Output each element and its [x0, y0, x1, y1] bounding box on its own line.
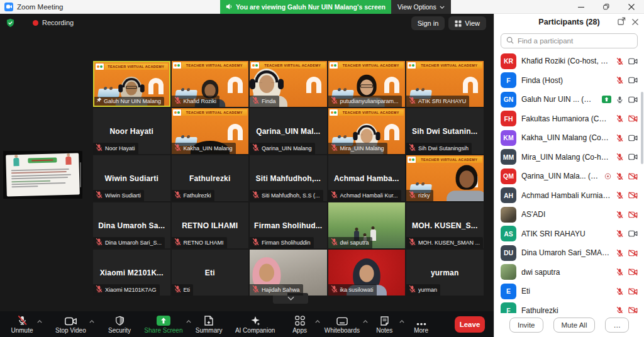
- avatar: F: [501, 72, 516, 88]
- video-tile[interactable]: Qarina_UIN Mal...Qarina_UIN Malang: [250, 108, 327, 154]
- video-tile[interactable]: RETNO ILHAMIRETNO ILHAMI: [172, 202, 249, 248]
- participant-row[interactable]: MMMira_UIN Malang (Co-host): [501, 148, 640, 167]
- mic-muted-icon: [616, 211, 624, 219]
- tile-name-text: Siti Mahfudhoh, S.S (...: [262, 192, 320, 199]
- mic-muted-icon: [616, 229, 624, 238]
- sign-in-button[interactable]: Sign in: [411, 16, 445, 30]
- participant-status-icons: [616, 211, 638, 219]
- participant-row[interactable]: QMQarina_UIN Mala... (Co-host): [501, 167, 640, 186]
- video-tile[interactable]: Wiwin SudiartiWiwin Sudiarti: [93, 155, 170, 201]
- chevron-up-icon[interactable]: [315, 318, 320, 324]
- mic-muted-icon: [616, 249, 624, 257]
- participant-row[interactable]: dwi saputra: [501, 263, 640, 282]
- video-tile[interactable]: TEACHER VIRTUAL ACADEMYKhafid Roziki: [172, 61, 249, 107]
- toolbar-button-whiteboards[interactable]: Whiteboards: [325, 315, 360, 334]
- invite-button[interactable]: Invite: [509, 318, 543, 333]
- video-tile[interactable]: TEACHER VIRTUAL ACADEMYKakha_UIN Malang: [172, 108, 249, 154]
- video-tile[interactable]: TEACHER VIRTUAL ACADEMYMira_UIN Malang: [328, 108, 406, 154]
- mic-muted-icon: [174, 191, 182, 200]
- video-tile[interactable]: Sih Dwi Sutanin...Sih Dwi Sutaningsih: [406, 108, 484, 154]
- tile-banner-text: TEACHER VIRTUAL ACADEMY: [104, 64, 168, 70]
- video-tile[interactable]: Hajidah Sahwa: [250, 250, 327, 296]
- participant-row[interactable]: DUDina Umaroh Sari_SMAN 1 TU...: [501, 243, 640, 263]
- video-tile[interactable]: Firman Sholihud...Firman Sholihuddin: [250, 202, 327, 248]
- toolbar-button-notes[interactable]: Notes: [372, 315, 396, 334]
- chevron-up-icon[interactable]: [89, 318, 94, 324]
- video-tile[interactable]: Dina Umaroh Sa...Dina Umaroh Sari_S...: [93, 202, 170, 248]
- view-options-button[interactable]: View Options: [391, 0, 451, 14]
- participant-row[interactable]: GNGaluh Nur UIN ... (Co-host): [501, 90, 640, 109]
- video-tile[interactable]: EtiEti: [172, 250, 249, 296]
- shared-slide-preview: [6, 153, 80, 196]
- participant-row[interactable]: ASATIK SRI RAHAYU: [501, 224, 640, 244]
- leave-button[interactable]: Leave: [455, 316, 485, 333]
- chevron-up-icon[interactable]: [37, 318, 42, 324]
- toolbar-button-summary[interactable]: Summary: [196, 315, 223, 334]
- toolbar-button-apps[interactable]: Apps: [288, 315, 312, 334]
- tile-name-label: Sih Dwi Sutaningsih: [406, 143, 472, 154]
- search-input[interactable]: [518, 37, 632, 45]
- participant-row[interactable]: KRKhafid Roziki (Co-host, me): [501, 52, 640, 71]
- participant-status-icons: [616, 306, 638, 313]
- participant-row[interactable]: FFinda (Host): [501, 71, 640, 91]
- more-icon: [416, 315, 426, 326]
- participant-name: Khafid Roziki (Co-host, me): [521, 57, 611, 65]
- video-tile[interactable]: TEACHER VIRTUAL ACADEMYputudianyulianipa…: [328, 61, 406, 107]
- chevron-up-icon[interactable]: [399, 318, 404, 324]
- toolbar-button-ai-companion[interactable]: AI Companion: [235, 315, 275, 334]
- participant-row[interactable]: AHAchmad Hambali Kurniawan - ...: [501, 186, 640, 206]
- more-options-button[interactable]: …: [605, 318, 629, 333]
- participant-row[interactable]: FFathulrezki: [501, 301, 640, 314]
- pop-out-icon[interactable]: [618, 16, 626, 28]
- mic-on-icon: [616, 96, 624, 104]
- toolbar-button-unmute[interactable]: Unmute: [10, 315, 34, 334]
- mic-muted-icon: [616, 306, 624, 313]
- mute-all-button[interactable]: Mute All: [553, 318, 596, 333]
- participant-status-icons: [616, 191, 638, 199]
- video-tile[interactable]: TEACHER VIRTUAL ACADEMYGaluh Nur UIN Mal…: [93, 61, 170, 107]
- close-button[interactable]: [619, 0, 644, 14]
- video-tile[interactable]: Noor HayatiNoor Hayati: [93, 108, 170, 154]
- video-tile[interactable]: yurmanyurman: [406, 250, 484, 296]
- chevron-up-icon[interactable]: [186, 318, 191, 324]
- shared-screen-thumbnail[interactable]: [3, 151, 82, 199]
- video-tile[interactable]: Xiaomi M2101K...Xiaomi M2101K7AG: [93, 250, 170, 296]
- video-tile[interactable]: ika susilowati: [328, 250, 406, 296]
- view-button[interactable]: View: [448, 16, 486, 30]
- helo-logo-icon: [96, 64, 104, 70]
- video-tile[interactable]: TEACHER VIRTUAL ACADEMYFinda: [250, 61, 327, 107]
- mic-muted-icon: [252, 238, 260, 247]
- maximize-button[interactable]: [594, 0, 619, 14]
- minimize-button[interactable]: [569, 0, 594, 14]
- participant-row[interactable]: KMKakha_UIN Malang (Co-host): [501, 128, 640, 148]
- participant-search-box: [501, 33, 638, 48]
- thumbnail-scrollbar[interactable]: [80, 162, 81, 187]
- mic-muted-icon: [95, 143, 103, 153]
- toolbar-button-stop-video[interactable]: Stop Video: [55, 315, 86, 334]
- tile-banner-text: TEACHER VIRTUAL ACADEMY: [338, 109, 404, 116]
- video-tile[interactable]: Siti Mahfudhoh,...Siti Mahfudhoh, S.S (.…: [250, 155, 327, 201]
- toolbar-button-more[interactable]: More: [409, 315, 433, 334]
- tile-name-label: Fathulrezki: [172, 190, 214, 201]
- video-tile[interactable]: TEACHER VIRTUAL ACADEMYATIK SRI RAHAYU: [406, 61, 484, 107]
- participant-row[interactable]: EEti: [501, 282, 640, 301]
- mic-muted-icon: [616, 114, 624, 123]
- tile-name-label: putudianyulianiparam...: [328, 96, 402, 107]
- participant-status-icons: [616, 134, 638, 142]
- chevron-up-icon[interactable]: [363, 318, 368, 324]
- video-tile[interactable]: FathulrezkiFathulrezki: [172, 155, 249, 201]
- toolbar-button-share-screen[interactable]: Share Screen: [144, 315, 182, 334]
- list-scrollbar[interactable]: [641, 92, 643, 164]
- mic-muted-icon: [616, 287, 624, 296]
- participant-name: Achmad Hambali Kurniawan - ...: [521, 191, 611, 200]
- sign-in-label: Sign in: [418, 19, 439, 27]
- participant-row[interactable]: AS'ADI: [501, 205, 640, 224]
- video-tile[interactable]: MOH. KUSEN_S...MOH. KUSEN_SMAN ...: [406, 202, 484, 248]
- toolbar-button-security[interactable]: Security: [108, 315, 131, 334]
- participant-row[interactable]: FHFakultas Humaniora (Co-host): [501, 109, 640, 129]
- tile-banner-text: TEACHER VIRTUAL ACADEMY: [260, 62, 326, 69]
- close-panel-icon[interactable]: [632, 16, 638, 28]
- video-tile[interactable]: Achmad Hamba...Achmad Hambali Kur...: [328, 155, 406, 201]
- video-tile[interactable]: dwi saputra: [328, 202, 406, 248]
- video-tile[interactable]: TEACHER VIRTUAL ACADEMYrizky: [406, 155, 484, 201]
